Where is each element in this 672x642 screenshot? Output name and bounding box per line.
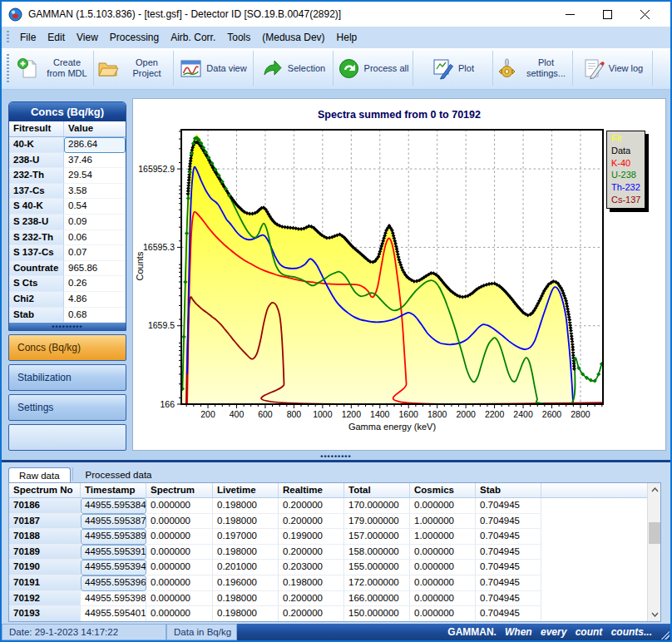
menu-item-help[interactable]: Help	[331, 28, 363, 47]
timestamp-cell[interactable]: 44955.595389	[81, 529, 146, 545]
maximize-button[interactable]	[589, 2, 626, 26]
close-button[interactable]	[626, 2, 664, 26]
table-row[interactable]: 7019144955.5953960.0000000.1960000.19800…	[9, 575, 660, 591]
fitresult-value[interactable]: 0.68	[64, 308, 126, 323]
data-cell: 179.000000	[344, 514, 410, 530]
table-row[interactable]: 7018644955.5953840.0000000.1980000.20000…	[9, 498, 660, 514]
spectrum-no-cell: 70192	[9, 591, 81, 607]
svg-text:400: 400	[230, 409, 245, 419]
data-view-button[interactable]: Data view	[174, 51, 254, 86]
fitresult-value[interactable]: 37.46	[64, 153, 126, 169]
fitresult-value[interactable]: 965.86	[64, 261, 126, 277]
fitresult-value[interactable]: 0.26	[64, 276, 126, 292]
plot-settings-button[interactable]: Plot settings...	[493, 51, 573, 86]
menu-grip-handle[interactable]	[7, 31, 9, 44]
tab-raw-data[interactable]: Raw data	[8, 467, 71, 483]
resize-grip-icon[interactable]	[660, 630, 670, 640]
open-project-button[interactable]: Open Project	[94, 51, 174, 86]
fitresult-row: 137-Cs 3.58	[9, 184, 126, 200]
table-row[interactable]: 7019244955.5953980.0000000.1980000.20000…	[9, 591, 660, 607]
brand-motto: When every count counts...	[505, 626, 652, 638]
table-row[interactable]: 7019044955.5953940.0000000.2010000.20300…	[9, 560, 660, 575]
spectrum-no-cell: 70188	[9, 529, 81, 545]
column-header-total[interactable]: Total	[344, 483, 410, 497]
fitresult-value[interactable]: 0.07	[64, 245, 126, 261]
selection-button[interactable]: Selection	[254, 51, 334, 86]
process-all-button[interactable]: Process all	[334, 51, 413, 86]
svg-text:1800: 1800	[427, 409, 447, 419]
menu-item-airbcorr[interactable]: Airb. Corr.	[165, 28, 221, 47]
tab-separator	[72, 467, 73, 481]
data-cell: 0.201000	[213, 560, 279, 575]
fitresult-value[interactable]: 29.54	[64, 168, 126, 184]
data-cell: 0.704945	[476, 545, 541, 561]
toolbar-grip-handle[interactable]	[7, 54, 9, 82]
data-cell: 0.203000	[279, 560, 344, 575]
fitresult-value[interactable]: 0.06	[64, 230, 126, 246]
data-cell: 0.704945	[476, 575, 541, 591]
menu-item-processing[interactable]: Processing	[104, 28, 165, 47]
vertical-scrollbar[interactable]	[647, 483, 660, 621]
timestamp-cell: 44955.595401	[81, 606, 146, 622]
column-header-stab[interactable]: Stab	[476, 483, 541, 497]
table-row[interactable]: 7018744955.5953870.0000000.1980000.20000…	[9, 514, 660, 530]
table-row[interactable]: 7018944955.5953910.0000000.1980000.20000…	[9, 545, 660, 561]
timestamp-cell[interactable]: 44955.595394	[81, 560, 146, 575]
data-cell: 0.704945	[476, 498, 541, 514]
sidebar-nav: Concs (Bq/kg)StabilizationSettings	[8, 334, 126, 421]
sidebar-nav-concs-bq-kg[interactable]: Concs (Bq/kg)	[8, 334, 126, 361]
plot-button[interactable]: Plot	[413, 51, 493, 86]
create-from-mdl-button[interactable]: Create from MDL	[14, 51, 94, 86]
column-header-cosmics[interactable]: Cosmics	[410, 483, 476, 497]
fitresult-label: Countrate	[9, 261, 64, 277]
scrollbar-thumb[interactable]	[649, 522, 660, 544]
fitresult-row: S 238-U 0.09	[9, 215, 126, 230]
sidebar-nav-stabilization[interactable]: Stabilization	[8, 364, 126, 391]
svg-text:1400: 1400	[370, 409, 390, 419]
timestamp-cell[interactable]: 44955.595391	[81, 545, 146, 561]
minimize-button[interactable]	[551, 2, 589, 26]
tab-processed-data[interactable]: Processed data	[75, 467, 163, 482]
menu-item-medusadev[interactable]: (Medusa Dev)	[256, 28, 330, 47]
splitter-dots-icon: •••••••••	[52, 325, 82, 328]
column-header-spectrum[interactable]: Spectrum	[146, 483, 213, 497]
data-cell: 0.000000	[410, 560, 476, 575]
sidebar-splitter[interactable]: •••••••••	[9, 323, 126, 330]
scroll-down-icon[interactable]	[648, 608, 661, 621]
column-header-realtime[interactable]: Realtime	[279, 483, 344, 497]
horizontal-splitter[interactable]: •••••••••	[2, 452, 670, 460]
process-all-icon	[338, 57, 360, 80]
fitresult-value[interactable]: 286.64	[64, 137, 126, 153]
menu-item-edit[interactable]: Edit	[42, 28, 71, 47]
timestamp-cell[interactable]: 44955.595384	[81, 498, 146, 514]
column-header-fitresult: Fitresult	[9, 121, 64, 136]
svg-text:800: 800	[287, 409, 302, 419]
view-log-button[interactable]: View log	[573, 51, 653, 86]
table-row[interactable]: 7019344955.5954010.0000000.1980000.20000…	[9, 606, 660, 622]
menu-item-view[interactable]: View	[71, 28, 104, 47]
spectrum-no-cell: 70191	[9, 575, 81, 591]
fitresult-value[interactable]: 0.54	[64, 199, 126, 215]
sidebar-nav-settings[interactable]: Settings	[8, 394, 126, 421]
fitresult-value[interactable]: 3.58	[64, 184, 126, 200]
fitresult-value[interactable]: 4.86	[64, 292, 126, 308]
fitresult-label: 238-U	[9, 153, 64, 169]
menu-item-file[interactable]: File	[14, 28, 42, 47]
column-header-timestamp[interactable]: Timestamp	[81, 483, 146, 497]
timestamp-cell[interactable]: 44955.595396	[81, 575, 146, 591]
app-window: GAMMAN (1.5.103.836) - [test.gsf] - Dete…	[0, 0, 672, 642]
data-cell: 0.200000	[279, 606, 344, 622]
column-header-spectrum-no[interactable]: Spectrum No	[9, 483, 81, 497]
scroll-up-icon[interactable]	[648, 483, 661, 496]
title-bar: GAMMAN (1.5.103.836) - [test.gsf] - Dete…	[2, 2, 670, 27]
data-cell: 172.000000	[344, 575, 410, 591]
spectrum-chart[interactable]: 2004006008001000120014001600180020002200…	[133, 99, 665, 450]
data-cell: 0.000000	[146, 575, 213, 591]
timestamp-cell[interactable]: 44955.595387	[81, 514, 146, 530]
column-header-livetime[interactable]: Livetime	[213, 483, 279, 497]
table-row[interactable]: 7018844955.5953890.0000000.1970000.19900…	[9, 529, 660, 545]
menu-item-tools[interactable]: Tools	[221, 28, 256, 47]
splitter-dots-icon: •••••••••	[320, 455, 351, 458]
data-cell: 0.000000	[410, 606, 476, 622]
fitresult-value[interactable]: 0.09	[64, 215, 126, 230]
